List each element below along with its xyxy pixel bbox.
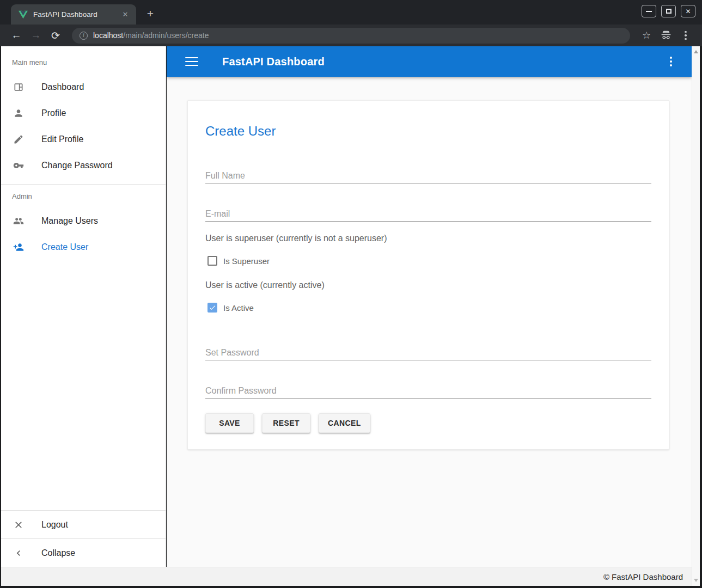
- app-title: FastAPI Dashboard: [222, 56, 325, 68]
- active-hint: User is active (currently active): [205, 280, 651, 290]
- form-actions: SAVE RESET CANCEL: [205, 413, 651, 433]
- maximize-icon: [666, 9, 672, 14]
- vue-logo-icon: [19, 10, 28, 19]
- page-footer: © FastAPI Dashboard: [1, 567, 692, 586]
- sidebar-item-change-password[interactable]: Change Password: [1, 152, 166, 179]
- sidebar-item-manage-users[interactable]: Manage Users: [1, 208, 166, 234]
- scroll-down-arrow-icon[interactable]: [694, 579, 698, 582]
- close-x-icon: [13, 519, 24, 530]
- tab-close-icon[interactable]: ✕: [120, 9, 131, 20]
- confirm-password-input[interactable]: [205, 383, 651, 399]
- window-minimize-button[interactable]: [642, 5, 656, 17]
- person-icon: [13, 108, 24, 119]
- reset-button[interactable]: RESET: [262, 413, 310, 433]
- sidebar-item-label: Logout: [41, 520, 68, 530]
- edit-pencil-icon: [13, 134, 24, 145]
- site-info-icon[interactable]: i: [80, 32, 88, 40]
- is-active-checkbox-row[interactable]: Is Active: [205, 301, 651, 314]
- sidebar-item-label: Collapse: [41, 548, 75, 558]
- reload-icon[interactable]: ⟳: [48, 28, 63, 43]
- key-icon: [13, 160, 24, 171]
- url-text: localhost/main/admin/users/create: [93, 31, 209, 40]
- forward-icon[interactable]: →: [28, 28, 44, 43]
- scroll-up-arrow-icon[interactable]: [694, 50, 698, 53]
- app-bar: FastAPI Dashboard: [167, 46, 692, 77]
- vertical-scrollbar[interactable]: [692, 46, 700, 586]
- create-user-card: Create User User is superuser (currently…: [187, 100, 669, 450]
- save-button[interactable]: SAVE: [205, 413, 254, 433]
- superuser-hint: User is superuser (currently is not a su…: [205, 234, 651, 243]
- main-menu-section-label: Main menu: [1, 46, 166, 74]
- sidebar-item-label: Profile: [41, 108, 66, 118]
- confirm-password-field: [205, 383, 651, 399]
- window-maximize-button[interactable]: [661, 5, 676, 17]
- page-content: Create User User is superuser (currently…: [167, 77, 692, 567]
- window-close-button[interactable]: ✕: [681, 5, 695, 17]
- bookmark-star-icon[interactable]: ☆: [639, 28, 654, 43]
- sidebar: Main menu Dashboard Profile Edit Profile…: [1, 46, 166, 567]
- sidebar-item-label: Manage Users: [41, 216, 98, 226]
- url-bar[interactable]: i localhost/main/admin/users/create: [72, 28, 630, 44]
- is-superuser-checkbox-row[interactable]: Is Superuser: [205, 254, 651, 267]
- people-icon: [13, 216, 24, 226]
- url-path: /main/admin/users/create: [123, 31, 209, 40]
- tab-title: FastAPI Dashboard: [33, 10, 120, 19]
- checkbox-checked-icon[interactable]: [207, 303, 217, 313]
- sidebar-item-create-user[interactable]: Create User: [1, 234, 166, 260]
- cancel-button[interactable]: CANCEL: [319, 413, 370, 433]
- url-host: localhost: [93, 31, 123, 40]
- page-title: Create User: [205, 124, 651, 139]
- checkbox-unchecked-icon[interactable]: [207, 256, 217, 266]
- email-field: [205, 206, 651, 222]
- dashboard-icon: [13, 82, 24, 93]
- browser-window: FastAPI Dashboard ✕ + ✕ ← → ⟳ i localhos…: [0, 0, 702, 588]
- sidebar-item-label: Edit Profile: [41, 134, 83, 144]
- admin-section-label: Admin: [1, 185, 166, 208]
- email-input[interactable]: [205, 206, 651, 222]
- browser-toolbar: ← → ⟳ i localhost/main/admin/users/creat…: [0, 24, 702, 46]
- copyright-text: © FastAPI Dashboard: [603, 572, 683, 581]
- browser-tab[interactable]: FastAPI Dashboard ✕: [11, 4, 136, 24]
- sidebar-item-edit-profile[interactable]: Edit Profile: [1, 126, 166, 152]
- back-icon[interactable]: ←: [9, 28, 24, 43]
- set-password-field: [205, 345, 651, 360]
- minimize-icon: [646, 11, 652, 12]
- sidebar-item-dashboard[interactable]: Dashboard: [1, 74, 166, 100]
- hamburger-menu-icon[interactable]: [185, 57, 198, 66]
- browser-menu-icon[interactable]: [678, 28, 693, 43]
- sidebar-item-label: Create User: [41, 242, 88, 252]
- sidebar-item-profile[interactable]: Profile: [1, 100, 166, 126]
- new-tab-button[interactable]: +: [143, 7, 158, 22]
- chevron-left-icon: [13, 548, 24, 559]
- set-password-input[interactable]: [205, 345, 651, 360]
- checkbox-label: Is Active: [223, 303, 254, 313]
- sidebar-item-collapse[interactable]: Collapse: [1, 538, 166, 567]
- checkbox-label: Is Superuser: [223, 256, 270, 266]
- sidebar-item-logout[interactable]: Logout: [1, 510, 166, 538]
- main-area: FastAPI Dashboard Create User User is su…: [167, 46, 692, 567]
- full-name-input[interactable]: [205, 168, 651, 183]
- sidebar-item-label: Change Password: [41, 161, 113, 170]
- incognito-icon: [658, 28, 674, 43]
- sidebar-item-label: Dashboard: [41, 82, 84, 92]
- app-menu-icon[interactable]: [663, 54, 679, 69]
- window-controls: ✕: [642, 5, 695, 17]
- full-name-field: [205, 168, 651, 183]
- browser-titlebar: FastAPI Dashboard ✕ + ✕: [0, 0, 702, 24]
- person-add-icon: [13, 242, 24, 253]
- sidebar-bottom: Logout Collapse: [1, 510, 166, 567]
